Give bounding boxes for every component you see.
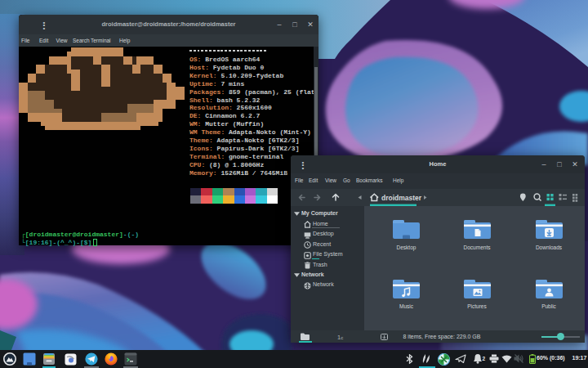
svg-text:droidmaster: droidmaster — [381, 194, 422, 202]
